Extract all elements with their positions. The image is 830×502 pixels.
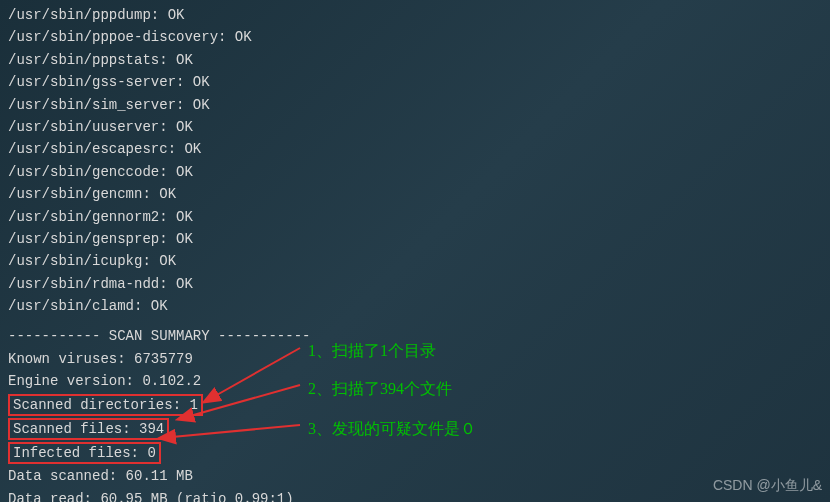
watermark: CSDN @小鱼儿& <box>713 474 822 496</box>
scan-line: /usr/sbin/rdma-ndd: OK <box>8 273 822 295</box>
scan-line: /usr/sbin/gensprep: OK <box>8 228 822 250</box>
terminal-output: /usr/sbin/pppdump: OK /usr/sbin/pppoe-di… <box>8 4 822 317</box>
scan-line: /usr/sbin/pppdump: OK <box>8 4 822 26</box>
engine-version: Engine version: 0.102.2 <box>8 370 822 392</box>
scan-line: /usr/sbin/icupkg: OK <box>8 250 822 272</box>
summary-header: ----------- SCAN SUMMARY ----------- <box>8 325 822 347</box>
scan-line: /usr/sbin/pppoe-discovery: OK <box>8 26 822 48</box>
scan-line: /usr/sbin/sim_server: OK <box>8 94 822 116</box>
scan-line: /usr/sbin/uuserver: OK <box>8 116 822 138</box>
scan-line: /usr/sbin/gennorm2: OK <box>8 206 822 228</box>
known-viruses: Known viruses: 6735779 <box>8 348 822 370</box>
scan-line: /usr/sbin/clamd: OK <box>8 295 822 317</box>
scan-line: /usr/sbin/gencmn: OK <box>8 183 822 205</box>
data-read: Data read: 60.95 MB (ratio 0.99:1) <box>8 488 822 502</box>
data-scanned: Data scanned: 60.11 MB <box>8 465 822 487</box>
scanned-files: Scanned files: 394 <box>8 418 169 440</box>
scan-line: /usr/sbin/pppstats: OK <box>8 49 822 71</box>
scan-line: /usr/sbin/escapesrc: OK <box>8 138 822 160</box>
scan-line: /usr/sbin/gss-server: OK <box>8 71 822 93</box>
scan-summary: ----------- SCAN SUMMARY ----------- Kno… <box>8 325 822 502</box>
scanned-directories: Scanned directories: 1 <box>8 394 203 416</box>
scan-line: /usr/sbin/genccode: OK <box>8 161 822 183</box>
infected-files: Infected files: 0 <box>8 442 161 464</box>
